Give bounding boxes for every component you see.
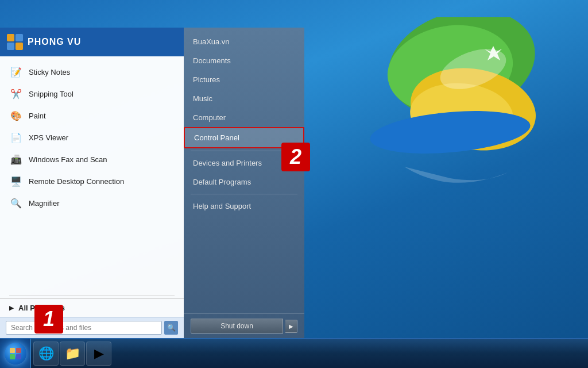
svg-rect-9 bbox=[16, 354, 21, 359]
svg-rect-7 bbox=[16, 348, 21, 353]
paint-icon: 🎨 bbox=[9, 109, 23, 122]
start-button[interactable] bbox=[0, 339, 31, 369]
logo-text: PHONG VU bbox=[28, 37, 81, 47]
taskbar-media[interactable]: ▶ bbox=[86, 342, 111, 366]
start-menu: PHONG VU 📝 Sticky Notes ✂️ Snipping Tool… bbox=[0, 28, 304, 338]
app-sticky-notes[interactable]: 📝 Sticky Notes bbox=[0, 61, 184, 83]
right-item-buaxua[interactable]: BuaXua.vn bbox=[184, 32, 304, 51]
snipping-tool-icon: ✂️ bbox=[9, 87, 23, 101]
start-menu-right: BuaXua.vn Documents Pictures Music Compu… bbox=[184, 28, 304, 338]
logo-grid bbox=[7, 34, 23, 50]
step1-badge: 1 bbox=[34, 305, 63, 334]
start-apps-list: 📝 Sticky Notes ✂️ Snipping Tool 🎨 Paint … bbox=[0, 56, 184, 293]
step2-badge: 2 bbox=[281, 143, 310, 171]
start-menu-logo-area: PHONG VU bbox=[0, 28, 184, 56]
all-programs-arrow: ▶ bbox=[9, 305, 14, 311]
svg-rect-6 bbox=[10, 348, 15, 353]
app-snipping-tool[interactable]: ✂️ Snipping Tool bbox=[0, 83, 184, 105]
right-item-computer[interactable]: Computer bbox=[184, 108, 304, 127]
right-item-default-programs[interactable]: Default Programs bbox=[184, 172, 304, 191]
search-input[interactable] bbox=[6, 321, 162, 335]
magnifier-icon: 🔍 bbox=[9, 196, 23, 210]
taskbar-explorer[interactable]: 📁 bbox=[60, 342, 85, 366]
search-area: 🔍 bbox=[0, 317, 184, 338]
logo-sq-2 bbox=[16, 34, 23, 41]
app-paint[interactable]: 🎨 Paint bbox=[0, 105, 184, 126]
paint-label: Paint bbox=[29, 112, 46, 120]
xps-viewer-label: XPS Viewer bbox=[29, 133, 68, 142]
remote-desktop-label: Remote Desktop Connection bbox=[29, 177, 124, 186]
windows-fax-icon: 📠 bbox=[9, 152, 23, 166]
sticky-notes-icon: 📝 bbox=[9, 65, 23, 79]
start-menu-left: PHONG VU 📝 Sticky Notes ✂️ Snipping Tool… bbox=[0, 28, 184, 338]
windows-flag bbox=[335, 17, 542, 213]
right-item-help[interactable]: Help and Support bbox=[184, 197, 304, 216]
shutdown-button[interactable]: Shut down bbox=[191, 319, 283, 334]
windows-orb bbox=[5, 343, 26, 365]
phong-vu-logo: PHONG VU bbox=[7, 34, 81, 50]
sticky-notes-label: Sticky Notes bbox=[29, 68, 70, 76]
taskbar: 🌐 📁 ▶ bbox=[0, 338, 588, 368]
logo-sq-4 bbox=[16, 43, 23, 50]
right-divider-2 bbox=[191, 194, 297, 194]
shutdown-arrow-icon: ▶ bbox=[289, 323, 293, 329]
taskbar-items: 🌐 📁 ▶ bbox=[31, 342, 588, 366]
xps-viewer-icon: 📄 bbox=[9, 131, 23, 144]
divider bbox=[9, 296, 175, 296]
shutdown-arrow-button[interactable]: ▶ bbox=[285, 320, 297, 333]
right-item-documents[interactable]: Documents bbox=[184, 51, 304, 70]
right-item-pictures[interactable]: Pictures bbox=[184, 70, 304, 89]
app-windows-fax[interactable]: 📠 Windows Fax and Scan bbox=[0, 148, 184, 170]
svg-rect-8 bbox=[10, 354, 15, 359]
app-remote-desktop[interactable]: 🖥️ Remote Desktop Connection bbox=[0, 170, 184, 192]
snipping-tool-label: Snipping Tool bbox=[29, 90, 74, 98]
taskbar-ie[interactable]: 🌐 bbox=[33, 342, 59, 366]
logo-sq-1 bbox=[7, 34, 14, 41]
all-programs-item[interactable]: ▶ All Programs bbox=[0, 298, 184, 317]
windows-fax-label: Windows Fax and Scan bbox=[29, 155, 107, 164]
remote-desktop-icon: 🖥️ bbox=[9, 174, 23, 188]
shutdown-area: Shut down ▶ bbox=[184, 313, 304, 338]
right-item-music[interactable]: Music bbox=[184, 89, 304, 108]
app-xps-viewer[interactable]: 📄 XPS Viewer bbox=[0, 126, 184, 148]
search-button[interactable]: 🔍 bbox=[164, 321, 178, 335]
logo-sq-3 bbox=[7, 43, 14, 50]
magnifier-label: Magnifier bbox=[29, 199, 59, 208]
app-magnifier[interactable]: 🔍 Magnifier bbox=[0, 192, 184, 214]
